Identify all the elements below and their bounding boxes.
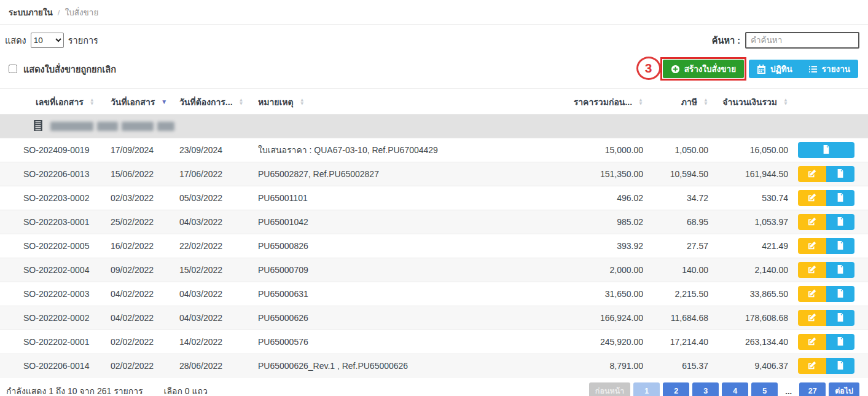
- pagination-page-1[interactable]: 1: [633, 382, 660, 396]
- sort-icon: ▲▼: [783, 98, 788, 106]
- due-date-cell: 15/02/2022: [174, 258, 253, 282]
- tax-cell: 2,215.50: [648, 282, 713, 306]
- edit-row-button[interactable]: [798, 310, 826, 326]
- note-cell: PU65000631: [253, 282, 561, 306]
- create-sales-order-button[interactable]: สร้างใบสั่งขาย: [663, 60, 744, 78]
- edit-row-button[interactable]: [798, 262, 826, 278]
- calendar-icon: [757, 65, 766, 74]
- edit-row-button[interactable]: [798, 334, 826, 350]
- doc-number-cell: SO-202202-0005: [0, 234, 106, 258]
- view-document-button[interactable]: [826, 334, 854, 350]
- column-header-tax[interactable]: ภาษี▲▼: [648, 89, 713, 115]
- document-icon: [836, 217, 845, 228]
- redacted-customer-name: [50, 122, 174, 131]
- list-icon: [808, 65, 818, 74]
- document-icon: [822, 145, 831, 156]
- total-cell: 178,608.68: [713, 306, 793, 330]
- pagination-page-3[interactable]: 3: [692, 382, 719, 396]
- view-document-button[interactable]: [826, 286, 854, 302]
- document-icon: [836, 361, 845, 371]
- pagination-page-2[interactable]: 2: [663, 382, 689, 396]
- pagination-page-27[interactable]: 27: [799, 382, 826, 396]
- column-label: วันที่เอกสาร: [111, 95, 155, 109]
- column-header-subtotal[interactable]: ราคารวมก่อน...▲▼: [561, 89, 648, 115]
- show-cancelled-label: แสดงใบสั่งขายถูกยกเลิก: [23, 62, 116, 76]
- doc-date-cell: 16/02/2022: [106, 234, 174, 258]
- page-length-select[interactable]: 10: [31, 33, 64, 48]
- pagination-page-5[interactable]: 5: [751, 382, 778, 396]
- subtotal-cell: 496.02: [561, 186, 648, 210]
- tax-cell: 27.57: [648, 234, 713, 258]
- tax-cell: 615.37: [648, 354, 713, 378]
- due-date-cell: 23/09/2024: [174, 138, 253, 162]
- annotation-step-number: 3: [636, 57, 661, 80]
- doc-date-cell: 04/02/2022: [106, 306, 174, 330]
- show-cancelled-checkbox-group: แสดงใบสั่งขายถูกยกเลิก: [5, 62, 116, 76]
- view-document-button[interactable]: [826, 262, 854, 278]
- edit-row-button[interactable]: [798, 358, 826, 374]
- show-label: แสดง: [5, 33, 26, 47]
- view-document-button[interactable]: [826, 214, 854, 230]
- calendar-button[interactable]: ปฏิทิน: [749, 60, 800, 78]
- tax-cell: 17,214.40: [648, 330, 713, 354]
- view-document-button[interactable]: [798, 142, 854, 158]
- column-header-note[interactable]: หมายเหตุ▲▼: [253, 89, 561, 115]
- doc-number-cell: SO-202202-0004: [0, 258, 106, 282]
- edit-row-button[interactable]: [798, 214, 826, 230]
- view-document-button[interactable]: [826, 190, 854, 206]
- view-document-button[interactable]: [826, 166, 854, 182]
- column-header-doc-date[interactable]: วันที่เอกสาร▲▼: [106, 89, 174, 115]
- table-row: SO-202203-000125/02/202204/03/2022PU6500…: [0, 210, 868, 234]
- document-icon: [836, 289, 845, 299]
- pagination-next-button[interactable]: ต่อไป: [829, 382, 859, 396]
- note-cell: PU65000709: [253, 258, 561, 282]
- subtotal-cell: 2,000.00: [561, 258, 648, 282]
- actions-cell: [793, 234, 868, 258]
- due-date-cell: 04/03/2022: [174, 306, 253, 330]
- calendar-button-label: ปฏิทิน: [770, 62, 792, 76]
- edit-row-button[interactable]: [798, 238, 826, 254]
- selected-rows-text: เลือก 0 แถว: [164, 384, 208, 396]
- report-button[interactable]: รายงาน: [800, 60, 858, 78]
- pencil-square-icon: [808, 241, 816, 251]
- pagination: ก่อนหน้า12345...27ต่อไป: [589, 382, 859, 396]
- actions-cell: [793, 258, 868, 282]
- total-cell: 2,140.00: [713, 258, 793, 282]
- search-label: ค้นหา :: [712, 33, 740, 47]
- actions-cell: [793, 282, 868, 306]
- view-document-button[interactable]: [826, 238, 854, 254]
- page-length-control: แสดง 10 รายการ: [5, 33, 98, 48]
- doc-number-cell: SO-202206-0013: [0, 162, 106, 186]
- subtotal-cell: 166,924.00: [561, 306, 648, 330]
- view-document-button[interactable]: [826, 310, 854, 326]
- actions-cell: [793, 210, 868, 234]
- edit-row-button[interactable]: [798, 286, 826, 302]
- pagination-page-4[interactable]: 4: [722, 382, 748, 396]
- subtotal-cell: 393.92: [561, 234, 648, 258]
- column-header-actions: [793, 89, 868, 115]
- column-header-doc-number[interactable]: เลขที่เอกสาร▲▼: [0, 89, 106, 115]
- subtotal-cell: 151,350.00: [561, 162, 648, 186]
- breadcrumb-item-home[interactable]: ระบบภายใน: [9, 6, 53, 19]
- edit-row-button[interactable]: [798, 190, 826, 206]
- sort-descending-icon: ▲▼: [161, 100, 167, 104]
- doc-date-cell: 02/03/2022: [106, 186, 174, 210]
- document-icon: [836, 337, 845, 347]
- view-document-button[interactable]: [826, 358, 854, 374]
- note-cell: PU65000826: [253, 234, 561, 258]
- total-cell: 33,865.50: [713, 282, 793, 306]
- doc-date-cell: 17/09/2024: [106, 138, 174, 162]
- table-row: SO-202202-000516/02/202222/02/2022PU6500…: [0, 234, 868, 258]
- total-cell: 530.74: [713, 186, 793, 210]
- edit-row-button[interactable]: [798, 166, 826, 182]
- column-label: ราคารวมก่อน...: [574, 95, 632, 109]
- column-header-due-date[interactable]: วันที่ต้องการ...▲▼: [174, 89, 253, 115]
- doc-number-cell: SO-202202-0001: [0, 330, 106, 354]
- actions-cell: [793, 186, 868, 210]
- pagination-previous-button[interactable]: ก่อนหน้า: [589, 382, 630, 396]
- breadcrumb-item-current: ใบสั่งขาย: [65, 6, 99, 19]
- search-input[interactable]: [745, 32, 859, 49]
- column-header-total[interactable]: จำนวนเงินรวม▲▼: [713, 89, 793, 115]
- show-cancelled-checkbox[interactable]: [9, 65, 17, 73]
- document-icon: [836, 313, 845, 323]
